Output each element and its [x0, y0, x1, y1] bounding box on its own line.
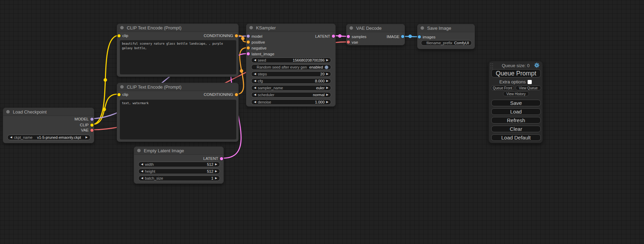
width-widget[interactable]: ◀ width 512 ▶: [138, 162, 220, 167]
output-slot-model[interactable]: [90, 118, 94, 121]
collapse-dot-icon[interactable]: [120, 26, 124, 29]
node-title-bar[interactable]: CLIP Text Encode (Prompt): [117, 83, 238, 91]
widget-value: 1.000: [273, 100, 325, 104]
prev-arrow-icon[interactable]: ◀: [254, 87, 256, 89]
prev-arrow-icon[interactable]: ◀: [141, 163, 143, 166]
prev-arrow-icon[interactable]: ◀: [141, 170, 143, 173]
ckpt-name-widget[interactable]: ◀ ckpt_name v1-5-pruned-emaonly.ckpt ▶: [7, 135, 90, 140]
prev-arrow-icon[interactable]: ◀: [254, 93, 256, 96]
next-arrow-icon[interactable]: ▶: [326, 80, 328, 82]
queue-front-button[interactable]: Queue Front: [491, 85, 514, 90]
positive-prompt-textarea[interactable]: beautiful scenery nature glass bottle la…: [120, 40, 236, 74]
node-title: CLIP Text Encode (Prompt): [127, 25, 182, 30]
collapse-dot-icon[interactable]: [120, 85, 124, 89]
output-slot-latent[interactable]: [332, 35, 335, 38]
input-slot-clip[interactable]: [117, 93, 121, 96]
seed-widget[interactable]: ◀ seed 156680208700286 ▶: [251, 57, 331, 63]
prev-arrow-icon[interactable]: ◀: [254, 101, 256, 103]
queue-prompt-button[interactable]: Queue Prompt: [491, 69, 541, 78]
next-arrow-icon[interactable]: ▶: [215, 177, 217, 180]
settings-gear-icon[interactable]: [534, 62, 540, 68]
node-title-bar[interactable]: Save Image: [417, 24, 475, 32]
next-arrow-icon[interactable]: ▶: [326, 73, 328, 75]
collapse-dot-icon[interactable]: [137, 149, 141, 152]
node-title: Save Image: [427, 26, 451, 31]
input-slot-negative[interactable]: [247, 46, 250, 49]
sampler-name-widget[interactable]: ◀ sampler_name euler ▶: [251, 85, 331, 91]
output-slot-vae[interactable]: [90, 129, 94, 132]
input-slot-images[interactable]: [418, 35, 421, 38]
widget-label: Random seed after every gen: [254, 65, 307, 69]
filename-prefix-widget[interactable]: filename_prefix ComfyUI: [421, 40, 472, 46]
next-arrow-icon[interactable]: ▶: [215, 170, 217, 173]
node-empty-latent-image[interactable]: Empty Latent Image LATENT ◀ width 512 ▶ …: [134, 146, 224, 184]
collapse-dot-icon[interactable]: [249, 26, 253, 29]
load-button[interactable]: Load: [491, 108, 541, 115]
steps-widget[interactable]: ◀ steps 20 ▶: [251, 71, 331, 77]
view-queue-button[interactable]: View Queue: [515, 85, 541, 90]
output-slot-latent[interactable]: [220, 157, 223, 160]
widget-label: denoise: [258, 100, 271, 104]
height-widget[interactable]: ◀ height 512 ▶: [138, 169, 220, 174]
node-ksampler[interactable]: KSampler model LATENT positive negative …: [246, 24, 336, 107]
node-title-bar[interactable]: KSampler: [246, 24, 335, 32]
prev-arrow-icon[interactable]: ◀: [141, 177, 143, 180]
input-label-vae: vae: [352, 40, 358, 45]
node-vae-decode[interactable]: VAE Decode samples IMAGE vae: [346, 24, 405, 45]
widget-label: steps: [258, 72, 267, 76]
load-default-button[interactable]: Load Default: [491, 134, 541, 141]
link-midpoint-dot: [103, 108, 106, 111]
node-title-bar[interactable]: Load Checkpoint: [3, 108, 94, 116]
next-arrow-icon[interactable]: ▶: [326, 101, 328, 103]
extra-options-checkbox[interactable]: [528, 80, 532, 84]
widget-value: 512: [156, 162, 213, 166]
node-title-bar[interactable]: Empty Latent Image: [134, 147, 223, 155]
scheduler-widget[interactable]: ◀ scheduler normal ▶: [251, 92, 331, 98]
clear-button[interactable]: Clear: [491, 126, 541, 132]
output-slot-conditioning[interactable]: [235, 93, 238, 96]
batch-size-widget[interactable]: ◀ batch_size 1 ▶: [138, 175, 220, 181]
input-slot-latent-image[interactable]: [247, 52, 250, 55]
output-label-latent: LATENT: [203, 156, 218, 161]
next-arrow-icon[interactable]: ▶: [326, 93, 328, 96]
node-clip-text-encode-negative[interactable]: CLIP Text Encode (Prompt) clip CONDITION…: [117, 83, 239, 142]
node-title-bar[interactable]: VAE Decode: [346, 24, 405, 32]
random-seed-toggle-widget[interactable]: Random seed after every gen enabled: [251, 64, 331, 70]
prev-arrow-icon[interactable]: ◀: [254, 73, 256, 75]
prev-arrow-icon[interactable]: ◀: [10, 136, 12, 139]
refresh-button[interactable]: Refresh: [491, 117, 541, 124]
collapse-dot-icon[interactable]: [421, 26, 424, 30]
node-title: CLIP Text Encode (Prompt): [127, 84, 182, 90]
node-title-bar[interactable]: CLIP Text Encode (Prompt): [117, 24, 238, 32]
cfg-widget[interactable]: ◀ cfg 8.000 ▶: [251, 78, 331, 84]
denoise-widget[interactable]: ◀ denoise 1.000 ▶: [251, 99, 331, 105]
input-label-clip: clip: [122, 33, 128, 38]
save-button[interactable]: Save: [491, 100, 541, 106]
collapse-dot-icon[interactable]: [350, 26, 353, 30]
widget-value: v1-5-pruned-emaonly.ckpt: [34, 135, 84, 139]
prev-arrow-icon[interactable]: ◀: [254, 59, 256, 62]
input-label-positive: positive: [252, 40, 265, 45]
output-slot-conditioning[interactable]: [235, 34, 238, 37]
widget-label: cfg: [258, 79, 263, 83]
negative-prompt-textarea[interactable]: text, watermark: [120, 100, 236, 139]
next-arrow-icon[interactable]: ▶: [215, 163, 217, 166]
next-arrow-icon[interactable]: ▶: [86, 136, 88, 139]
input-slot-clip[interactable]: [117, 34, 121, 37]
node-clip-text-encode-positive[interactable]: CLIP Text Encode (Prompt) clip CONDITION…: [117, 24, 239, 77]
node-load-checkpoint[interactable]: Load Checkpoint MODEL CLIP VAE ◀ ckpt_na…: [3, 108, 94, 143]
output-slot-clip[interactable]: [90, 124, 94, 127]
view-history-button[interactable]: View History: [503, 91, 529, 96]
input-slot-vae[interactable]: [347, 40, 350, 44]
prev-arrow-icon[interactable]: ◀: [254, 80, 256, 82]
node-save-image[interactable]: Save Image images filename_prefix ComfyU…: [417, 24, 475, 49]
input-label-model: model: [252, 34, 262, 39]
input-slot-samples[interactable]: [347, 35, 350, 38]
collapse-dot-icon[interactable]: [6, 110, 10, 114]
toggle-circle-icon[interactable]: [325, 65, 328, 69]
next-arrow-icon[interactable]: ▶: [326, 59, 328, 62]
input-slot-model[interactable]: [247, 35, 250, 38]
input-slot-positive[interactable]: [247, 40, 250, 44]
output-slot-image[interactable]: [401, 35, 404, 38]
next-arrow-icon[interactable]: ▶: [326, 87, 328, 89]
